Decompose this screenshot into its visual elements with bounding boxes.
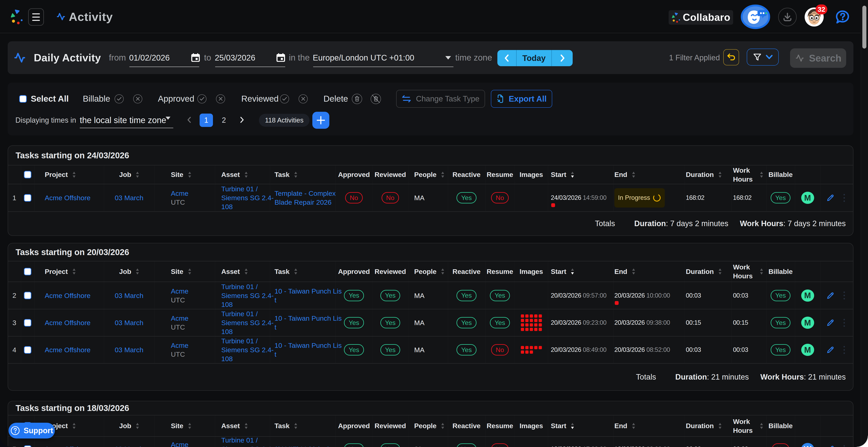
column-label[interactable]: Start <box>551 171 566 179</box>
site-link[interactable]: Acme <box>171 314 188 323</box>
sort-icon[interactable] <box>441 423 444 429</box>
approved-yes-button[interactable] <box>197 94 207 103</box>
row-menu-button[interactable] <box>843 194 845 202</box>
row-menu-button[interactable] <box>843 346 845 354</box>
column-label[interactable]: End <box>614 171 627 179</box>
column-label[interactable]: Project <box>45 268 68 275</box>
column-label[interactable]: Start <box>551 422 566 430</box>
sort-icon[interactable] <box>719 172 721 178</box>
billable-no-button[interactable] <box>133 94 142 103</box>
column-label[interactable]: Duration <box>686 422 714 430</box>
page-1-button[interactable]: 1 <box>199 114 213 127</box>
help-button[interactable] <box>836 10 849 25</box>
project-link[interactable]: Acme Offshore <box>45 193 91 202</box>
support-button[interactable]: Support <box>8 423 55 439</box>
row-menu-button[interactable] <box>843 319 845 327</box>
sort-icon[interactable] <box>245 268 248 274</box>
prev-page-button[interactable] <box>187 117 191 124</box>
sort-icon[interactable] <box>571 268 574 274</box>
edit-button[interactable] <box>827 194 834 202</box>
date-from-input[interactable]: 01/02/2026 <box>129 53 169 62</box>
column-label[interactable]: Task <box>275 268 289 275</box>
menu-button[interactable] <box>28 8 44 26</box>
project-link[interactable]: Acme Offshore <box>45 318 91 327</box>
column-label[interactable]: Start <box>551 268 566 275</box>
column-label[interactable]: Task <box>275 422 289 430</box>
column-label[interactable]: Job <box>119 171 131 179</box>
column-label[interactable]: Work Hours <box>733 263 755 280</box>
calendar-to-icon[interactable] <box>276 41 285 74</box>
column-label[interactable]: Duration <box>686 171 714 179</box>
column-label[interactable]: People <box>414 268 436 275</box>
next-day-button[interactable] <box>552 50 573 66</box>
assignee-avatar[interactable]: M <box>801 192 814 204</box>
column-label[interactable]: End <box>614 422 627 430</box>
reviewed-no-button[interactable] <box>299 94 308 103</box>
sort-icon[interactable] <box>632 268 635 274</box>
prev-day-button[interactable] <box>497 50 516 66</box>
row-checkbox[interactable] <box>24 445 31 447</box>
filter-dropdown-button[interactable] <box>747 49 779 66</box>
delete-button[interactable] <box>352 94 362 104</box>
job-link[interactable]: 03 March <box>115 318 144 327</box>
row-menu-button[interactable] <box>843 445 845 447</box>
column-label[interactable]: Job <box>119 422 131 430</box>
column-label[interactable]: Duration <box>686 268 714 275</box>
assignee-avatar[interactable]: M <box>801 317 814 329</box>
assistant-chat-button[interactable] <box>741 4 770 30</box>
task-link[interactable]: 10 - Taiwan Punch List <box>275 341 342 359</box>
job-link[interactable]: 03 March <box>115 291 144 300</box>
task-link[interactable]: Template - Complex Blade Repair 2026 <box>275 189 342 207</box>
sort-icon[interactable] <box>188 268 191 274</box>
column-label[interactable]: People <box>414 171 436 179</box>
sort-icon[interactable] <box>571 423 574 429</box>
job-link[interactable]: 03 March <box>115 445 144 447</box>
asset-link[interactable]: Turbine 01 / Siemens SG 2.4-108 <box>221 282 278 309</box>
site-link[interactable]: Acme <box>171 189 188 198</box>
sort-icon[interactable] <box>719 423 721 429</box>
job-link[interactable]: 03 March <box>115 346 144 354</box>
change-task-type-button[interactable]: Change Task Type <box>396 90 485 108</box>
select-all-rows-checkbox[interactable] <box>24 268 31 275</box>
job-link[interactable]: 03 March <box>115 193 144 202</box>
export-all-button[interactable]: Export All <box>491 90 552 108</box>
sort-icon[interactable] <box>760 423 763 429</box>
brand-chip[interactable]: Collabaro <box>669 10 733 25</box>
task-link[interactable]: (JAMIE) Vehicle Com <box>275 445 342 447</box>
select-all-checkbox[interactable] <box>19 95 27 102</box>
column-label[interactable]: Site <box>171 268 183 275</box>
row-menu-button[interactable] <box>843 292 845 299</box>
sort-icon[interactable] <box>245 172 248 178</box>
sort-icon[interactable] <box>760 172 763 178</box>
asset-link[interactable]: Turbine 01 / Siemens SG 2.4-108 <box>221 309 278 336</box>
assignee-avatar[interactable]: M <box>801 344 814 356</box>
search-button[interactable]: Search <box>790 49 846 68</box>
column-label[interactable]: Site <box>171 171 183 179</box>
sort-icon[interactable] <box>441 268 444 274</box>
column-label[interactable]: Job <box>119 268 131 275</box>
asset-link[interactable]: Turbine 01 / Siemens SG 2.4-108 <box>221 436 278 447</box>
edit-button[interactable] <box>827 445 834 447</box>
asset-link[interactable]: Turbine 01 / Siemens SG 2.4-108 <box>221 184 278 211</box>
asset-link[interactable]: Turbine 01 / Siemens SG 2.4-108 <box>221 336 278 363</box>
sort-icon[interactable] <box>136 423 139 429</box>
timezone-select[interactable]: Europe/London UTC +01:00 <box>313 53 414 62</box>
page-2-button[interactable]: 2 <box>222 116 226 124</box>
calendar-from-icon[interactable] <box>191 41 200 74</box>
sort-icon[interactable] <box>136 268 139 274</box>
approved-no-button[interactable] <box>216 94 225 103</box>
sort-icon[interactable] <box>294 268 297 274</box>
sort-icon[interactable] <box>760 268 763 274</box>
project-link[interactable]: Acme Offshore <box>45 445 91 447</box>
date-to-input[interactable]: 25/03/2026 <box>215 53 255 62</box>
project-link[interactable]: Acme Offshore <box>45 291 91 300</box>
delete-forever-button[interactable] <box>371 94 381 104</box>
site-link[interactable]: Acme <box>171 341 188 350</box>
sort-icon[interactable] <box>294 423 297 429</box>
sort-icon[interactable] <box>719 268 721 274</box>
sort-icon[interactable] <box>188 172 191 178</box>
select-all-rows-checkbox[interactable] <box>24 171 31 178</box>
sort-icon[interactable] <box>136 172 139 178</box>
project-link[interactable]: Acme Offshore <box>45 346 91 354</box>
sort-icon[interactable] <box>73 172 75 178</box>
